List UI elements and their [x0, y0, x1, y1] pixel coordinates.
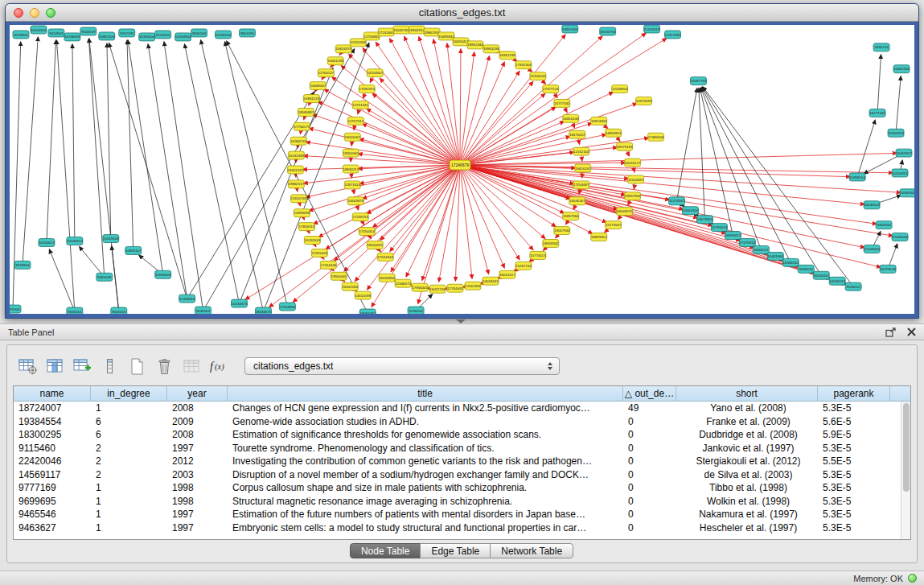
graph-edge[interactable]: [460, 147, 618, 165]
graph-node[interactable]: 12871613: [344, 181, 360, 189]
graph-node[interactable]: 12610743: [290, 195, 306, 203]
graph-edge[interactable]: [355, 165, 460, 282]
graph-node[interactable]: 12346573: [395, 279, 411, 287]
graph-edge[interactable]: [127, 40, 133, 251]
graph-node[interactable]: 10392404: [139, 33, 155, 41]
graph-edge[interactable]: [460, 165, 881, 267]
minimize-window-button[interactable]: [30, 8, 39, 18]
graph-edge[interactable]: [896, 76, 901, 134]
graph-node[interactable]: 18346573: [255, 307, 271, 314]
graph-edge[interactable]: [164, 42, 203, 311]
graph-node[interactable]: 10590024: [155, 270, 171, 278]
graph-node[interactable]: 12217987: [665, 31, 681, 39]
graph-edge[interactable]: [309, 165, 460, 211]
graph-node[interactable]: 17480503: [648, 133, 664, 141]
graph-node[interactable]: 9119904: [14, 261, 31, 269]
graph-node[interactable]: 15695842: [438, 32, 454, 40]
select-columns-icon[interactable]: [44, 356, 66, 377]
graph-node[interactable]: 14668447: [310, 82, 326, 90]
table-row[interactable]: 977716911998Corpus callosum shape and si…: [14, 481, 901, 495]
graph-node[interactable]: 17634344: [377, 253, 393, 261]
graph-node[interactable]: 12138110: [179, 295, 195, 303]
graph-edge[interactable]: [460, 93, 545, 165]
graph-node[interactable]: 16046104: [864, 201, 880, 209]
graph-edge[interactable]: [460, 153, 897, 165]
graph-node[interactable]: 16026167: [344, 133, 360, 141]
graph-node[interactable]: 18130764: [600, 27, 616, 35]
graph-edge[interactable]: [380, 78, 460, 165]
column-header-pagerank[interactable]: pagerank: [818, 386, 890, 401]
graph-edge[interactable]: [460, 49, 461, 165]
graph-node[interactable]: 17851304: [515, 61, 532, 69]
graph-node[interactable]: 9246514: [798, 265, 814, 273]
graph-node[interactable]: 17236753: [352, 213, 368, 221]
graph-node[interactable]: 16245012: [813, 271, 829, 279]
graph-edge[interactable]: [318, 101, 460, 165]
graph-node[interactable]: 9634509: [80, 27, 97, 35]
graph-edge[interactable]: [702, 88, 791, 263]
graph-edge[interactable]: [418, 165, 460, 303]
graph-node[interactable]: 10791014: [711, 224, 727, 232]
graph-node[interactable]: 15616247: [575, 164, 591, 172]
close-window-button[interactable]: [14, 8, 23, 18]
table-scrollbar[interactable]: [901, 402, 910, 539]
graph-node[interactable]: 16046167: [569, 197, 585, 205]
graph-node[interactable]: 12751341: [352, 101, 368, 109]
table-row[interactable]: 1872400712008Changes of HCN gene express…: [14, 402, 901, 415]
graph-node[interactable]: 11164913: [892, 169, 908, 177]
graph-edge[interactable]: [80, 246, 105, 277]
graph-edge[interactable]: [460, 165, 504, 268]
graph-node[interactable]: 10196693: [64, 33, 80, 41]
graph-node[interactable]: 15958104: [849, 173, 865, 181]
graph-node[interactable]: 18952344: [467, 41, 483, 49]
graph-node[interactable]: 12274567: [606, 221, 622, 229]
table-row[interactable]: 2242004622012Investigating the contribut…: [14, 455, 901, 468]
graph-node[interactable]: 9356743: [873, 43, 889, 51]
graph-edge[interactable]: [877, 55, 881, 113]
graph-node[interactable]: 16016127: [625, 159, 641, 167]
tab-network-table[interactable]: Network Table: [490, 543, 573, 558]
graph-edge[interactable]: [857, 120, 875, 177]
graph-node[interactable]: 18346512: [782, 258, 799, 266]
column-header-title[interactable]: title: [228, 386, 623, 401]
graph-node[interactable]: 17764173: [294, 122, 310, 130]
graph-node[interactable]: 9150543: [155, 31, 171, 39]
window-titlebar[interactable]: citations_edges.txt: [6, 4, 918, 22]
graph-edge[interactable]: [460, 123, 592, 165]
graph-node[interactable]: 17033044: [892, 233, 908, 241]
graph-node[interactable]: 10973493: [636, 97, 652, 105]
graph-node[interactable]: 14204567: [367, 69, 383, 77]
graph-node[interactable]: 17956441: [412, 283, 428, 291]
graph-node[interactable]: 9464504: [876, 221, 892, 229]
graph-node[interactable]: 17062931: [465, 282, 481, 290]
table-row[interactable]: 946362711997Embryonic stem cells: a mode…: [14, 521, 901, 535]
graph-edge[interactable]: [225, 42, 288, 307]
table-row[interactable]: 911546021997Tourette syndrome. Phenomeno…: [14, 442, 901, 455]
graph-node[interactable]: 9246004: [408, 307, 424, 314]
graph-node[interactable]: 9853190: [239, 29, 255, 37]
graph-node[interactable]: 10993099: [294, 209, 310, 217]
graph-edge[interactable]: [460, 36, 602, 165]
graph-node[interactable]: 19862157: [288, 180, 304, 188]
graph-node[interactable]: 15529109: [103, 235, 119, 243]
graph-node[interactable]: 17634994: [279, 303, 295, 311]
graph-node[interactable]: 14514199: [355, 291, 371, 299]
graph-edge[interactable]: [184, 44, 239, 303]
column-header-in_degree[interactable]: in_degree: [91, 386, 167, 401]
graph-edge[interactable]: [460, 165, 698, 218]
graph-node[interactable]: 17204697: [573, 181, 589, 189]
graph-node[interactable]: 20643879: [347, 197, 363, 205]
table-row[interactable]: 969969511998Structural magnetic resonanc…: [14, 495, 901, 509]
graph-node[interactable]: 18476412: [569, 130, 585, 138]
graph-node[interactable]: 18277341: [869, 109, 885, 117]
graph-node[interactable]: 15955943: [900, 189, 914, 197]
graph-edge[interactable]: [239, 68, 332, 303]
graph-node[interactable]: 16366744: [290, 137, 306, 145]
graph-edge[interactable]: [201, 40, 264, 311]
graph-node[interactable]: 18830217: [343, 165, 359, 173]
graph-node[interactable]: 16974943: [591, 117, 607, 125]
graph-node[interactable]: 18059342: [543, 240, 559, 248]
graph-edge[interactable]: [293, 165, 460, 302]
graph-node[interactable]: 16022743: [429, 285, 446, 293]
graph-node[interactable]: 19564441: [331, 272, 347, 280]
